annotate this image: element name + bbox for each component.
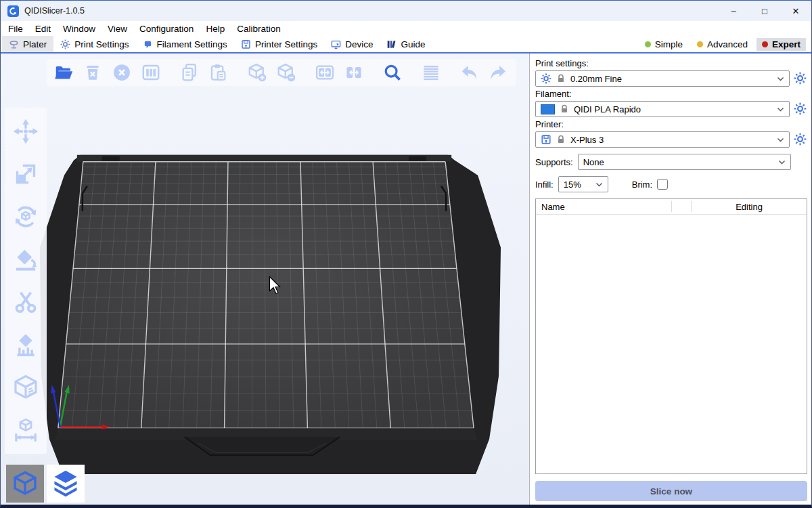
- infill-select[interactable]: 15%: [558, 176, 608, 192]
- view-layers-button[interactable]: [47, 465, 85, 503]
- plater-icon: [9, 39, 19, 49]
- object-list[interactable]: Name Editing: [535, 198, 807, 474]
- redo-button[interactable]: [487, 61, 510, 84]
- cut-button[interactable]: [12, 288, 40, 316]
- menu-view[interactable]: View: [102, 24, 133, 34]
- paste-button[interactable]: [207, 61, 230, 84]
- supports-select[interactable]: None: [578, 154, 791, 170]
- minimize-button[interactable]: –: [718, 1, 749, 21]
- scale-button[interactable]: [12, 160, 40, 188]
- main-area: Print settings: 0.20mm Fine Filament: QI…: [1, 54, 811, 505]
- simple-mode-dot-icon: [645, 41, 651, 47]
- seam-painting-button[interactable]: [12, 373, 40, 402]
- place-on-face-button[interactable]: [12, 245, 40, 274]
- chevron-down-icon: [777, 77, 784, 81]
- mode-expert[interactable]: Expert: [757, 38, 806, 51]
- move-button[interactable]: [12, 117, 40, 146]
- infill-brim-row: Infill: 15% Brim:: [535, 176, 807, 192]
- mode-label: Expert: [772, 39, 800, 49]
- delete-button[interactable]: [81, 61, 104, 84]
- view-3d-button[interactable]: [6, 465, 44, 503]
- search-button[interactable]: [381, 61, 404, 84]
- filament-value: QIDI PLA Rapido: [574, 104, 772, 114]
- variable-layer-height-icon: [421, 62, 441, 83]
- print-settings-select[interactable]: 0.20mm Fine: [535, 70, 790, 87]
- tab-filament-settings[interactable]: Filament Settings: [136, 36, 234, 52]
- mode-label: Advanced: [707, 39, 748, 49]
- tab-device[interactable]: Device: [324, 36, 380, 52]
- printer-icon: [541, 134, 551, 145]
- viewport-3d[interactable]: [1, 54, 530, 505]
- split-parts-button[interactable]: [342, 61, 365, 84]
- tab-guide[interactable]: Guide: [380, 36, 432, 52]
- printer-select[interactable]: X-Plus 3: [535, 131, 790, 148]
- brim-label: Brim:: [632, 179, 652, 190]
- delete-all-button[interactable]: [110, 61, 133, 84]
- copy-icon: [179, 62, 200, 83]
- column-header-name[interactable]: Name: [536, 202, 671, 212]
- filament-row: QIDI PLA Rapido: [535, 101, 807, 117]
- tab-bar: Plater Print Settings Filament Settings …: [1, 36, 811, 54]
- lock-icon: [556, 74, 566, 83]
- undo-icon: [459, 62, 480, 83]
- print-settings-value: 0.20mm Fine: [570, 74, 772, 84]
- left-toolbar: [5, 108, 47, 454]
- title-bar: QIDISlicer-1.0.5 – □ ✕: [1, 1, 811, 21]
- print-settings-gear-button[interactable]: [794, 72, 807, 85]
- rotate-button[interactable]: [12, 203, 40, 231]
- tab-label: Plater: [23, 39, 47, 49]
- variable-layer-height-button[interactable]: [420, 61, 443, 84]
- filament-gear-button[interactable]: [794, 102, 807, 116]
- object-list-header: Name Editing: [536, 199, 807, 215]
- menu-edit[interactable]: Edit: [29, 24, 57, 34]
- supports-label: Supports:: [535, 157, 573, 167]
- brim-checkbox[interactable]: [657, 179, 668, 190]
- column-header-editing[interactable]: Editing: [692, 202, 807, 212]
- maximize-button[interactable]: □: [749, 1, 780, 21]
- menu-file[interactable]: File: [2, 24, 29, 34]
- open-icon: [53, 62, 74, 83]
- tab-plater[interactable]: Plater: [2, 36, 53, 52]
- cut-icon: [12, 289, 39, 316]
- menu-help[interactable]: Help: [200, 24, 231, 34]
- mode-selector: Simple Advanced Expert: [639, 36, 811, 52]
- tab-print-settings[interactable]: Print Settings: [53, 36, 135, 52]
- arrange-button[interactable]: [139, 61, 162, 84]
- seam-painting-icon: [12, 374, 39, 401]
- menu-window[interactable]: Window: [57, 24, 102, 34]
- view-3d-icon: [11, 469, 39, 498]
- object-list-body[interactable]: [536, 215, 807, 473]
- delete-all-icon: [112, 62, 132, 83]
- app-window: QIDISlicer-1.0.5 – □ ✕ File Edit Window …: [0, 0, 812, 508]
- print-settings-row: 0.20mm Fine: [535, 70, 807, 87]
- tab-label: Printer Settings: [255, 39, 317, 49]
- rotate-icon: [12, 203, 39, 230]
- split-objects-button[interactable]: [313, 61, 336, 84]
- measure-icon: [12, 417, 39, 444]
- menu-configuration[interactable]: Configuration: [133, 24, 200, 34]
- tab-printer-settings[interactable]: Printer Settings: [234, 36, 324, 52]
- measure-button[interactable]: [12, 416, 40, 444]
- redo-icon: [489, 62, 509, 83]
- print-bed-scene[interactable]: [1, 54, 529, 505]
- menu-calibration[interactable]: Calibration: [231, 24, 287, 34]
- tab-label: Print Settings: [74, 39, 129, 49]
- add-instance-button[interactable]: [246, 61, 269, 84]
- paint-supports-button[interactable]: [12, 331, 40, 359]
- undo-button[interactable]: [458, 61, 481, 84]
- slice-now-button[interactable]: Slice now: [535, 481, 807, 501]
- filament-icon: [143, 39, 153, 49]
- filament-select[interactable]: QIDI PLA Rapido: [535, 101, 790, 117]
- paste-icon: [208, 62, 229, 83]
- mode-advanced[interactable]: Advanced: [692, 38, 753, 51]
- expert-mode-dot-icon: [762, 41, 768, 47]
- infill-label: Infill:: [535, 179, 554, 190]
- open-button[interactable]: [52, 61, 75, 84]
- filament-color-swatch: [541, 104, 555, 114]
- remove-instance-button[interactable]: [275, 61, 298, 84]
- mode-simple[interactable]: Simple: [639, 38, 688, 51]
- printer-gear-button[interactable]: [794, 133, 807, 146]
- close-button[interactable]: ✕: [780, 1, 811, 21]
- printer-value: X-Plus 3: [570, 135, 772, 145]
- copy-button[interactable]: [178, 61, 201, 84]
